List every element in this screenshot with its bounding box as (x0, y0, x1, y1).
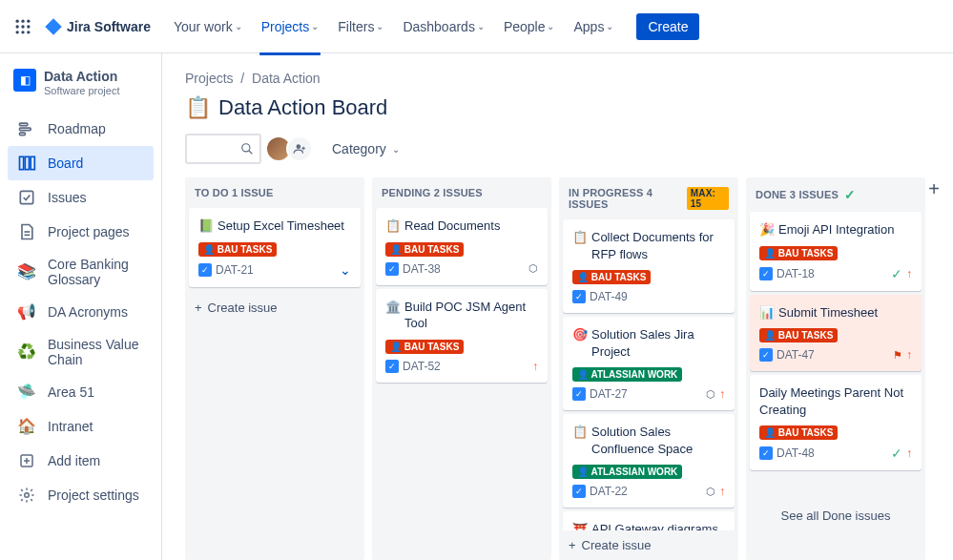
issue-key[interactable]: ✓DAT-49 (572, 290, 628, 303)
sidebar-item-board[interactable]: Board (8, 146, 154, 180)
epic-badge[interactable]: 👤 ATLASSIAN WORK (572, 465, 682, 479)
priority-up-icon: ↑ (906, 348, 912, 362)
subtask-icon: ⬡ (706, 388, 715, 401)
issue-key[interactable]: ✓DAT-27 (572, 387, 628, 401)
card-emoji-icon: 🏛️ (385, 299, 401, 332)
card[interactable]: 📊Submit Timesheet👤 BAU TASKS✓DAT-47⚑↑ (750, 295, 922, 372)
sidebar-item-project-pages[interactable]: Project pages (8, 215, 154, 249)
nav-item-apps[interactable]: Apps⌄ (566, 11, 621, 42)
nav-item-dashboards[interactable]: Dashboards⌄ (395, 11, 492, 42)
issue-key[interactable]: ✓DAT-21 (198, 263, 254, 277)
epic-badge[interactable]: 👤 BAU TASKS (572, 270, 651, 284)
column-body: 📋Read Documents👤 BAU TASKS✓DAT-38⬡🏛️Buil… (372, 208, 551, 388)
chevron-down-icon[interactable]: ⌄ (340, 262, 351, 278)
priority-up-icon: ↑ (719, 387, 725, 401)
column-header: TO DO 1 ISSUE (185, 177, 364, 208)
card[interactable]: 🏛️Build POC JSM Agent Tool👤 BAU TASKS✓DA… (376, 289, 548, 383)
svg-point-4 (21, 25, 24, 28)
card[interactable]: 🎉Emoji API Integration👤 BAU TASKS✓DAT-18… (750, 212, 922, 291)
sidebar-item-issues[interactable]: Issues (8, 180, 154, 215)
card[interactable]: 📋Collect Documents for RFP flows👤 BAU TA… (563, 219, 735, 313)
chevron-down-icon: ⌄ (311, 21, 319, 31)
chevron-down-icon: ⌄ (376, 21, 383, 31)
sidebar-item-intranet[interactable]: 🏠Intranet (8, 409, 154, 444)
card-icons: ⬡↑ (706, 387, 725, 401)
sidebar-item-label: Issues (48, 190, 86, 205)
nav-item-your-work[interactable]: Your work⌄ (166, 11, 250, 42)
epic-badge[interactable]: 👤 BAU TASKS (759, 328, 838, 342)
top-navigation: Jira Software Your work⌄Projects⌄Filters… (0, 0, 953, 53)
chevron-down-icon: ⌄ (477, 21, 485, 31)
issue-key[interactable]: ✓DAT-47 (759, 348, 815, 362)
nav-item-people[interactable]: People⌄ (496, 11, 563, 42)
nav-item-filters[interactable]: Filters⌄ (330, 11, 391, 42)
sidebar-item-label: Board (48, 156, 83, 171)
svg-point-0 (16, 19, 19, 22)
sidebar-item-project-settings[interactable]: Project settings (8, 478, 154, 512)
card-title: 📋Read Documents (385, 218, 538, 235)
project-header[interactable]: ◧ Data Action Software project (8, 69, 154, 112)
sidebar-item-core-banking-glossary[interactable]: 📚Core Banking Glossary (8, 249, 154, 295)
add-column-button[interactable]: + (919, 177, 949, 204)
card-icons: ⬡↑ (706, 485, 725, 498)
epic-badge[interactable]: 👤 BAU TASKS (759, 425, 838, 440)
sidebar-item-roadmap[interactable]: Roadmap (8, 112, 154, 146)
create-issue-button[interactable]: +Create issue (559, 530, 738, 560)
subtask-icon: ⬡ (528, 262, 538, 275)
card-footer: ✓DAT-27⬡↑ (572, 387, 725, 401)
card-emoji-icon: 📋 (385, 218, 401, 235)
nav-item-projects[interactable]: Projects⌄ (254, 11, 327, 42)
app-switcher-icon[interactable] (11, 15, 34, 38)
project-name: Data Action (44, 69, 119, 85)
plus-icon: + (195, 301, 202, 315)
chevron-down-icon: ⌄ (547, 21, 554, 31)
sidebar-item-area-51[interactable]: 🛸Area 51 (8, 375, 154, 409)
issue-key[interactable]: ✓DAT-18 (759, 267, 815, 280)
card-title: 📋Collect Documents for RFP flows (572, 229, 725, 262)
issue-key[interactable]: ✓DAT-52 (385, 360, 441, 373)
column-header: PENDING 2 ISSUES (372, 177, 551, 208)
breadcrumb-root[interactable]: Projects (185, 71, 234, 86)
issue-key[interactable]: ✓DAT-38 (385, 262, 441, 276)
card[interactable]: 🎯Solution Sales Jira Project👤 ATLASSIAN … (563, 317, 735, 410)
jira-logo[interactable]: Jira Software (44, 17, 151, 36)
epic-badge[interactable]: 👤 BAU TASKS (385, 242, 464, 257)
epic-badge[interactable]: 👤 ATLASSIAN WORK (572, 367, 682, 382)
card[interactable]: ⛩️API Gateway diagrams👤 BAU TASKS✓DAT-46 (563, 511, 735, 530)
add-people-button[interactable] (286, 135, 313, 162)
avatar-group (271, 135, 313, 162)
board-controls: Category ⌄ (185, 134, 953, 164)
sidebar-item-label: Intranet (48, 419, 93, 434)
issue-key[interactable]: ✓DAT-22 (572, 485, 628, 498)
house-icon: 🏠 (17, 417, 36, 436)
card[interactable]: 📗Setup Excel Timesheet👤 BAU TASKS✓DAT-21… (189, 208, 361, 287)
epic-badge[interactable]: 👤 BAU TASKS (385, 340, 464, 354)
issue-key[interactable]: ✓DAT-48 (759, 446, 815, 460)
main-content: Projects / Data Action 📋 Data Action Boa… (162, 53, 953, 560)
card[interactable]: 📋Solution Sales Confluence Space👤 ATLASS… (563, 414, 735, 508)
create-issue-button[interactable]: +Create issue (185, 293, 364, 322)
ufo-icon: 🛸 (17, 383, 36, 402)
sidebar: ◧ Data Action Software project RoadmapBo… (0, 53, 162, 560)
card-footer: ✓DAT-47⚑↑ (759, 348, 912, 362)
sidebar-item-business-value-chain[interactable]: ♻️Business Value Chain (8, 329, 154, 375)
sidebar-item-label: Project settings (48, 487, 139, 503)
svg-rect-12 (20, 156, 24, 169)
gear-icon (17, 486, 36, 505)
epic-badge[interactable]: 👤 BAU TASKS (198, 242, 277, 257)
priority-up-icon: ↑ (906, 267, 912, 280)
epic-badge[interactable]: 👤 BAU TASKS (759, 246, 838, 260)
category-dropdown[interactable]: Category ⌄ (332, 141, 400, 156)
breadcrumb-leaf[interactable]: Data Action (252, 71, 321, 86)
card[interactable]: 📋Read Documents👤 BAU TASKS✓DAT-38⬡ (376, 208, 548, 285)
task-type-icon: ✓ (385, 262, 399, 276)
sidebar-item-add-item[interactable]: Add item (8, 444, 154, 478)
card[interactable]: Daily Meetings Parent Not Creating👤 BAU … (750, 375, 922, 470)
card-emoji-icon: 🎉 (759, 221, 775, 239)
sidebar-item-da-acronyms[interactable]: 📢DA Acronyms (8, 295, 154, 329)
card-footer: ✓DAT-48✓↑ (759, 446, 912, 461)
see-all-done[interactable]: See all Done issues (750, 474, 922, 557)
create-button[interactable]: Create (636, 13, 699, 40)
search-input[interactable] (185, 134, 261, 164)
board-icon (17, 154, 36, 173)
